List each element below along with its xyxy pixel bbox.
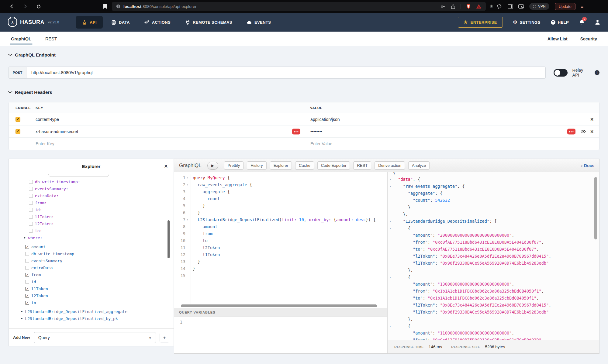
wallet-icon[interactable]	[518, 4, 524, 9]
enable-checkbox[interactable]: ✓	[16, 129, 20, 134]
field-checkbox[interactable]	[25, 259, 29, 263]
new-key-input[interactable]: Enter Key	[36, 141, 54, 146]
request-headers-section-header[interactable]: Request Headers	[9, 90, 599, 95]
explorer-arg-item[interactable]: extraData:	[9, 192, 174, 199]
hasura-logo[interactable]: λ HASURA v2.23.0	[8, 18, 59, 27]
header-key-input[interactable]: x-hasura-admin-secret	[36, 129, 78, 134]
url-bar[interactable]: localhost:8080/console/api/api-explorer	[112, 2, 486, 11]
warning-triangle-icon[interactable]	[476, 4, 482, 9]
explorer-field-item[interactable]: ✓l1Token	[9, 285, 174, 292]
forward-icon[interactable]	[22, 4, 28, 9]
header-value-input[interactable]: ••••••••	[310, 129, 322, 134]
query-variables-header[interactable]: QUERY VARIABLES	[174, 308, 387, 317]
field-checkbox[interactable]	[29, 187, 33, 191]
field-checkbox[interactable]: ✓	[25, 245, 29, 249]
explorer-field-item[interactable]: ✓amount	[9, 243, 174, 250]
field-checkbox[interactable]	[29, 215, 33, 219]
field-checkbox[interactable]	[25, 266, 29, 270]
toolbar-button-prettify[interactable]: Prettify	[224, 161, 244, 170]
brave-shield-icon[interactable]	[466, 4, 471, 9]
graphql-endpoint-section-header[interactable]: GraphQL Endpoint	[9, 52, 599, 57]
nav-item-api[interactable]: API	[76, 16, 103, 29]
field-checkbox[interactable]	[29, 222, 33, 226]
new-value-input[interactable]: Enter Value	[310, 141, 332, 146]
field-checkbox[interactable]: ✓	[25, 287, 29, 291]
explorer-field-item[interactable]: db_write_timestamp	[9, 250, 174, 257]
query-editor[interactable]: 1▾2▾34567▾89101112131415 query MyQuery {…	[174, 172, 387, 304]
masked-dots-badge[interactable]: ●●●	[567, 129, 575, 134]
info-icon[interactable]: i	[595, 70, 599, 75]
update-button[interactable]: Update	[555, 3, 575, 10]
enterprise-button[interactable]: ★ ENTERPRISE	[458, 17, 503, 28]
remove-header-icon[interactable]: ✕	[590, 129, 594, 134]
docs-button[interactable]: ‹Docs	[581, 163, 594, 168]
explorer-arg-item[interactable]: to:	[9, 227, 174, 234]
close-explorer-icon[interactable]: ✕	[164, 163, 168, 170]
bookmark-icon[interactable]	[102, 4, 108, 9]
field-checkbox[interactable]	[29, 229, 33, 233]
reload-icon[interactable]	[36, 4, 41, 9]
explorer-expandable-item[interactable]: ▶L2StandardBridge_DepositFinalized_by_pk	[9, 315, 174, 322]
menu-icon[interactable]: ≡	[581, 4, 584, 9]
explorer-where-item[interactable]: ▶ where:	[9, 234, 174, 241]
profile-button[interactable]	[595, 19, 600, 25]
field-checkbox[interactable]	[25, 252, 29, 256]
toolbar-button-analyze[interactable]: Analyze	[408, 161, 430, 170]
site-info-icon[interactable]	[116, 4, 120, 9]
endpoint-url-input[interactable]: http://localhost:8080/v1/graphql	[26, 67, 546, 79]
toolbar-button-derive-action[interactable]: Derive action	[375, 161, 405, 170]
execute-query-button[interactable]: ▶	[207, 162, 218, 170]
toolbar-button-rest[interactable]: REST	[353, 161, 371, 170]
explorer-field-item[interactable]: ✓l2Token	[9, 292, 174, 299]
explorer-arg-item[interactable]: l1Token:	[9, 213, 174, 220]
field-checkbox[interactable]	[29, 180, 33, 184]
field-checkbox[interactable]	[29, 194, 33, 198]
toolbar-button-history[interactable]: History	[247, 161, 266, 170]
explorer-arg-item[interactable]: from:	[9, 199, 174, 206]
explorer-field-item[interactable]: id	[9, 278, 174, 285]
response-scrollbar[interactable]	[594, 177, 597, 239]
toolbar-button-explorer[interactable]: Explorer	[270, 161, 292, 170]
allow-list-link[interactable]: Allow List	[548, 36, 568, 41]
share-icon[interactable]	[450, 4, 456, 9]
back-icon[interactable]	[9, 4, 15, 9]
reveal-eye-icon[interactable]	[581, 130, 586, 133]
field-checkbox[interactable]: ✓	[25, 294, 29, 298]
security-link[interactable]: Security	[580, 36, 597, 41]
query-variables-editor[interactable]: 1	[174, 317, 387, 353]
nav-item-actions[interactable]: ACTIONS	[138, 16, 177, 29]
enable-checkbox[interactable]: ✓	[16, 117, 20, 122]
field-checkbox[interactable]: ✓	[25, 301, 29, 305]
notifications-button[interactable]: 9	[579, 19, 585, 25]
field-checkbox[interactable]: ✓	[25, 273, 29, 277]
sidebar-toggle-icon[interactable]	[508, 4, 513, 9]
nav-item-events[interactable]: EVENTS	[241, 16, 277, 29]
tab-rest[interactable]: REST	[45, 32, 57, 46]
key-icon[interactable]	[440, 4, 445, 9]
explorer-field-item[interactable]: extraData	[9, 264, 174, 271]
toolbar-button-cache[interactable]: Cache	[295, 161, 314, 170]
add-query-button[interactable]: +	[160, 333, 169, 342]
header-value-input[interactable]: application/json	[310, 117, 340, 122]
nav-item-remote-schemas[interactable]: REMOTE SCHEMAS	[179, 16, 238, 29]
field-checkbox[interactable]	[25, 280, 29, 284]
help-button[interactable]: ? HELP	[551, 20, 569, 25]
masked-dots-badge[interactable]: ●●●	[292, 129, 300, 134]
settings-button[interactable]: ⚙ SETTINGS	[513, 19, 541, 25]
nav-item-data[interactable]: DATA	[105, 16, 136, 29]
explorer-arg-item[interactable]: id:	[9, 206, 174, 213]
explorer-field-item[interactable]: ✓from	[9, 271, 174, 278]
explorer-field-item[interactable]: eventsSummary	[9, 257, 174, 264]
explorer-arg-item[interactable]: db_write_timestamp:	[9, 178, 174, 185]
vpn-button[interactable]: VPN	[529, 3, 549, 10]
explorer-arg-item[interactable]: eventsSummary:	[9, 185, 174, 192]
explorer-arg-item[interactable]: l2Token:	[9, 220, 174, 227]
extension-icon[interactable]	[497, 4, 502, 9]
explorer-expandable-item[interactable]: ▶L2StandardBridge_DepositFinalized_aggre…	[9, 308, 174, 315]
field-checkbox[interactable]	[29, 208, 33, 212]
header-key-input[interactable]: content-type	[36, 117, 59, 122]
add-new-select[interactable]: Query ∨	[34, 332, 156, 343]
toolbar-button-code-exporter[interactable]: Code Exporter	[317, 161, 350, 170]
explorer-scrollbar[interactable]	[168, 220, 170, 258]
explorer-field-item[interactable]: ✓to	[9, 299, 174, 306]
